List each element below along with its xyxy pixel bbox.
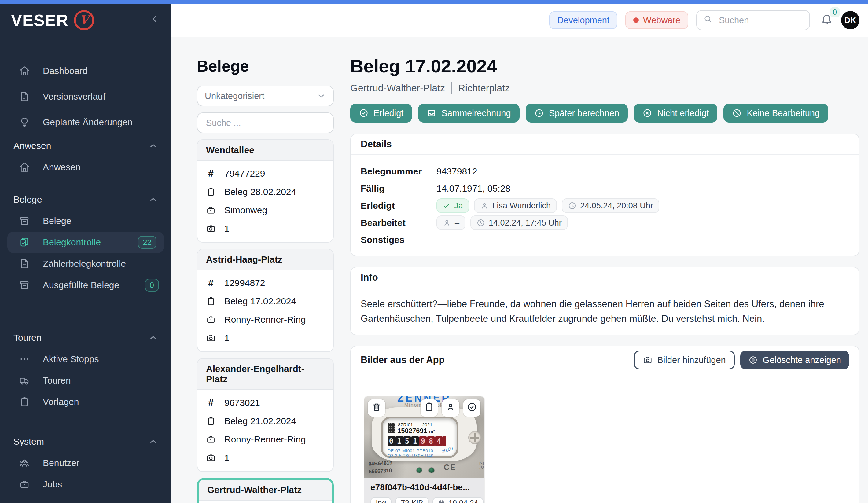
beleg-number-row: #12994872 <box>206 278 324 288</box>
keine-bearbeitung-button[interactable]: Keine Bearbeitung <box>723 104 828 123</box>
sidebar-section-touren: Touren Aktive Stopps Touren Vorlagen <box>0 327 171 412</box>
sidebar-item-touren[interactable]: Touren <box>0 370 171 391</box>
check-circle-icon <box>359 108 369 118</box>
sidebar-item-belegkontrolle[interactable]: Belegkontrolle 22 <box>7 232 164 253</box>
sidebar-item-jobs[interactable]: Jobs <box>0 474 171 495</box>
person-icon <box>443 219 451 227</box>
chevron-up-icon <box>148 195 158 204</box>
meter-led <box>429 468 434 473</box>
check-circle-icon <box>467 402 477 415</box>
briefcase-icon <box>206 205 216 215</box>
action-buttons-row: Erledigt Sammelrechnung Später berechnen… <box>350 104 859 123</box>
approve-image-button[interactable] <box>463 399 480 417</box>
detail-row-erledigt: Erledigt Ja Lisa Wunderlich <box>361 197 849 214</box>
sidebar-section-header-touren[interactable]: Touren <box>0 327 171 348</box>
sidebar-item-label: Versionsverlauf <box>43 91 105 102</box>
show-deleted-button[interactable]: Gelöschte anzeigen <box>740 350 849 369</box>
sidebar-item-dashboard[interactable]: Dashboard <box>0 58 171 84</box>
sidebar-item-benutzer[interactable]: Benutzer <box>0 452 171 474</box>
briefcase-icon <box>19 479 30 490</box>
beleg-card-title: Gertrud-Walther-Platz <box>199 480 332 501</box>
sidebar-item-label: Ausgefüllte Belege <box>43 280 119 290</box>
beleg-card-alexander-engelhardt-platz[interactable]: Alexander-Engelhardt-Platz #9673021 Bele… <box>197 358 334 472</box>
sidebar-section-header-anwesen[interactable]: Anwesen <box>0 135 171 156</box>
app-image-card[interactable]: ZENNER Minomess LoR 8ZRI012021 15027691 … <box>364 396 484 503</box>
hash-icon: # <box>206 277 216 289</box>
notifications-count-badge: 0 <box>830 7 840 18</box>
subtitle-divider <box>451 82 452 94</box>
search-icon <box>703 14 713 26</box>
clipboard-icon <box>206 187 216 197</box>
sidebar-item-anwesen[interactable]: Anwesen <box>0 156 171 178</box>
add-images-button[interactable]: Bilder hinzufügen <box>634 350 735 369</box>
erledigt-status-pill: Ja <box>436 198 469 213</box>
erledigt-button[interactable]: Erledigt <box>350 104 412 123</box>
topbar: Development Webware 0 DK <box>171 4 868 37</box>
beleg-card-astrid-haag-platz[interactable]: Astrid-Haag-Platz #12994872 Beleg 17.02.… <box>197 249 334 352</box>
sammelrechnung-button[interactable]: Sammelrechnung <box>418 104 519 123</box>
nicht-erledigt-button[interactable]: Nicht erledigt <box>634 104 717 123</box>
sidebar-item-label: Dashboard <box>43 66 88 76</box>
sidebar-section-belege: Belege Belege Belegkontrolle 22 Zählerbe… <box>0 189 171 296</box>
sidebar-section-header-system[interactable]: System <box>0 431 171 452</box>
chevron-up-icon <box>148 141 158 150</box>
clock-icon <box>534 108 544 118</box>
chevron-up-icon <box>148 333 158 342</box>
beleg-date-row: Beleg 28.02.2024 <box>206 187 324 197</box>
sidebar-item-versionsverlauf[interactable]: Versionsverlauf <box>0 84 171 109</box>
spaeter-berechnen-button[interactable]: Später berechnen <box>526 104 628 123</box>
beleg-card-gertrud-walther-platz-selected[interactable]: Gertrud-Walther-Platz #94379812 <box>197 478 334 503</box>
sidebar-collapse-button[interactable] <box>149 13 160 27</box>
meter-screw <box>468 431 481 444</box>
global-search[interactable] <box>696 10 810 30</box>
copy-image-button[interactable] <box>421 399 438 417</box>
calendar-icon <box>438 499 445 503</box>
list-panel-title: Belege <box>197 57 334 75</box>
filesize-badge: 73 KiB <box>395 497 429 503</box>
sidebar-item-geplante-aenderungen[interactable]: Geplante Änderungen <box>0 109 171 135</box>
clipboard-check-icon <box>19 237 30 248</box>
home-icon <box>19 65 30 76</box>
sidebar-section-system: System Benutzer Jobs <box>0 431 171 495</box>
sidebar-section-header-belege[interactable]: Belege <box>0 189 171 210</box>
clock-icon <box>476 219 485 227</box>
beleg-card-wendtallee[interactable]: Wendtallee #79477229 Beleg 28.02.2024 Si… <box>197 139 334 243</box>
veser-logo-icon: V <box>74 10 94 30</box>
meter-led <box>417 468 422 473</box>
details-card: Details Belegnummer 94379812 Fällig 14.0… <box>350 134 859 256</box>
clock-icon <box>568 201 576 210</box>
avatar[interactable]: DK <box>841 11 859 29</box>
person-icon <box>480 201 489 210</box>
brand-badge[interactable]: Webware <box>625 11 688 29</box>
sidebar-item-label: Touren <box>43 375 71 386</box>
global-search-input[interactable] <box>717 15 803 26</box>
archive-icon <box>19 280 30 291</box>
environment-badge[interactable]: Development <box>549 11 617 29</box>
sidebar-item-ausgefuellte-belege[interactable]: Ausgefüllte Belege 0 <box>0 274 171 296</box>
delete-image-button[interactable] <box>368 399 385 417</box>
image-filename: e78f047b-410d-4d4f-be... <box>370 483 478 492</box>
list-search-input[interactable] <box>205 117 326 129</box>
sidebar-item-label: Aktive Stopps <box>43 354 99 364</box>
clipboard-icon <box>424 402 434 415</box>
beleg-date-row: Beleg 21.02.2024 <box>206 416 324 426</box>
category-filter-dropdown[interactable]: Unkategorisiert <box>197 86 334 106</box>
sidebar-item-belege[interactable]: Belege <box>0 210 171 232</box>
sidebar-logo-row: VESER V <box>0 4 171 37</box>
assign-user-button[interactable] <box>442 399 459 417</box>
veser-logo[interactable]: VESER V <box>11 10 94 30</box>
sidebar-item-label: Jobs <box>43 479 62 490</box>
veser-logo-text: VESER <box>11 11 69 30</box>
page-title: Beleg 17.02.2024 <box>350 56 859 77</box>
hash-icon: # <box>206 397 216 409</box>
list-search[interactable] <box>197 113 334 133</box>
count-badge: 0 <box>145 279 159 292</box>
sidebar-item-zaehlerbelegkontrolle[interactable]: Zählerbelegkontrolle <box>0 253 171 274</box>
notifications-button[interactable]: 0 <box>820 12 833 28</box>
beleg-photos-row: 1 <box>206 453 324 463</box>
sidebar-item-aktive-stopps[interactable]: Aktive Stopps <box>0 348 171 370</box>
truck-icon <box>19 375 30 386</box>
sidebar-item-vorlagen[interactable]: Vorlagen <box>0 391 171 412</box>
filedate-badge: 10.04.24 <box>433 497 484 503</box>
images-card-header: Bilder aus der App <box>361 355 444 366</box>
